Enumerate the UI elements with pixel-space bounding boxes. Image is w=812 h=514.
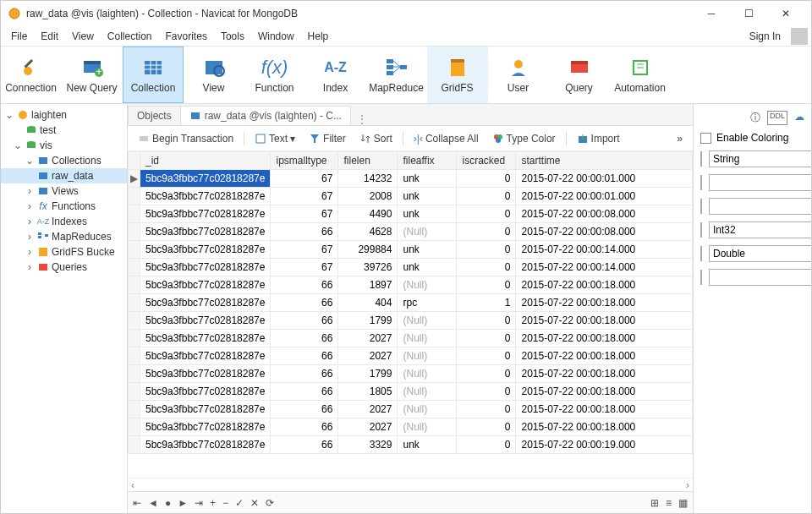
legend-item[interactable] [700,150,804,167]
col-starttime[interactable]: starttime [516,152,693,170]
table-row[interactable]: 5bc9a3fbbc77c02818287e 66 2027 (Null) 0 … [129,418,693,436]
sort-button[interactable]: Sort [354,131,398,146]
add-row-icon[interactable]: + [210,497,216,509]
table-row[interactable]: 5bc9a3fbbc77c02818287e 67 2008 unk 0 201… [129,188,693,205]
collection-button[interactable]: Collection [123,46,184,103]
import-button[interactable]: Import [572,131,625,146]
connection-button[interactable]: Connection [1,46,62,103]
legend-input[interactable] [709,198,811,215]
maximize-button[interactable]: ☐ [730,1,767,26]
view-grid-icon[interactable]: ⊞ [650,497,659,509]
menu-window[interactable]: Window [251,29,301,44]
table-row[interactable]: 5bc9a3fbbc77c02818287e 66 2027 (Null) 0 … [129,330,693,347]
ddl-icon[interactable]: DDL [767,111,787,125]
enable-coloring-checkbox[interactable]: Enable Coloring [700,132,804,144]
legend-item[interactable] [700,198,804,215]
legend-item[interactable] [700,245,804,262]
tree-views[interactable]: ›Views [1,183,127,199]
legend-input[interactable] [709,174,811,191]
tree-collections[interactable]: ⌄Collections [1,153,127,168]
table-row[interactable]: 5bc9a3fbbc77c02818287e 66 404 rpc 1 2015… [129,294,693,312]
legend-item[interactable] [700,174,804,191]
legend-input[interactable] [709,245,811,262]
tree-connection[interactable]: ⌄laighten [1,107,127,123]
toolbar-overflow-icon[interactable]: » [672,131,688,146]
menu-file[interactable]: File [4,29,34,44]
legend-input[interactable] [709,269,811,286]
menu-tools[interactable]: Tools [214,29,251,44]
filter-button[interactable]: Filter [304,131,351,146]
col-fileaffix[interactable]: fileaffix [398,152,457,170]
avatar-icon[interactable] [791,28,808,45]
horizontal-scrollbar[interactable]: ‹› [128,478,693,491]
view-button[interactable]: View [184,46,244,103]
table-row[interactable]: 5bc9a3fbbc77c02818287e 67 299884 unk 0 2… [129,241,693,259]
begin-transaction-button[interactable]: Begin Transaction [133,131,239,146]
tree-db-vis[interactable]: ⌄vis [1,138,127,153]
table-row[interactable]: 5bc9a3fbbc77c02818287e 67 4490 unk 0 201… [129,205,693,223]
refresh-icon[interactable]: ⟳ [266,497,274,509]
tab-raw-data[interactable]: raw_data @vis (laighten) - C... [180,106,351,125]
table-row[interactable]: 5bc9a3fbbc77c02818287e 67 39726 unk 0 20… [129,259,693,276]
table-row[interactable]: 5bc9a3fbbc77c02818287e 66 2027 (Null) 0 … [129,401,693,418]
table-row[interactable]: 5bc9a3fbbc77c02818287e 66 1799 (Null) 0 … [129,365,693,383]
automation-button[interactable]: Automation [610,46,671,103]
nav-first-icon[interactable]: ⇤ [133,497,141,509]
table-row[interactable]: ▶ 5bc9a3fbbc77c02818287e 67 14232 unk 0 … [129,170,693,188]
cloud-icon[interactable]: ☁ [794,111,804,125]
tree-db-test[interactable]: test [1,123,127,138]
col-filelen[interactable]: filelen [338,152,398,170]
tree-gridfs[interactable]: ›GridFS Bucke [1,244,127,260]
commit-icon[interactable]: ✓ [235,497,244,509]
tree-raw-data[interactable]: raw_data [1,168,127,183]
titlebar: raw_data @vis (laighten) - Collection - … [1,1,811,26]
nav-last-icon[interactable]: ⇥ [195,497,203,509]
type-color-button[interactable]: Type Color [487,131,561,146]
menu-favorites[interactable]: Favorites [159,29,214,44]
legend-item[interactable] [700,221,804,238]
tree-mapreduces[interactable]: ›MapReduces [1,229,127,244]
function-button[interactable]: f(x)Function [244,46,305,103]
mapreduce-button[interactable]: MapReduce [366,46,427,103]
table-row[interactable]: 5bc9a3fbbc77c02818287e 66 1799 (Null) 0 … [129,312,693,330]
tab-objects[interactable]: Objects [128,106,181,125]
col-ipsmalltype[interactable]: ipsmalltype [271,152,338,170]
col-id[interactable]: _id [140,152,271,170]
delete-row-icon[interactable]: − [222,497,228,509]
menu-collection[interactable]: Collection [101,29,159,44]
menu-view[interactable]: View [65,29,101,44]
text-button[interactable]: Text ▾ [250,131,300,146]
table-row[interactable]: 5bc9a3fbbc77c02818287e 66 1897 (Null) 0 … [129,276,693,294]
table-row[interactable]: 5bc9a3fbbc77c02818287e 66 4628 (Null) 0 … [129,223,693,241]
table-row[interactable]: 5bc9a3fbbc77c02818287e 66 3329 unk 0 201… [129,436,693,454]
view-json-icon[interactable]: ▦ [678,497,688,509]
legend-input[interactable] [709,221,811,238]
data-grid[interactable]: _id ipsmalltype filelen fileaffix iscrac… [128,151,693,478]
collapse-all-button[interactable]: ›|‹Collapse All [409,131,484,146]
tree-queries[interactable]: ›Queries [1,260,127,275]
info-icon[interactable]: ⓘ [750,111,760,125]
tab-overflow-icon[interactable]: ⋮ [357,113,367,125]
table-row[interactable]: 5bc9a3fbbc77c02818287e 66 2027 (Null) 0 … [129,347,693,365]
tree-functions[interactable]: ›fxFunctions [1,199,127,214]
table-row[interactable]: 5bc9a3fbbc77c02818287e 66 1805 (Null) 0 … [129,383,693,401]
nav-stop-icon[interactable]: ● [165,497,171,509]
tree-indexes[interactable]: ›A-ZIndexes [1,214,127,229]
sign-in-link[interactable]: Sign In [743,29,787,44]
nav-prev-icon[interactable]: ◄ [148,497,158,509]
menu-edit[interactable]: Edit [34,29,65,44]
minimize-button[interactable]: ─ [693,1,730,26]
new-query-button[interactable]: +New Query [62,46,123,103]
nav-next-icon[interactable]: ► [178,497,188,509]
cancel-icon[interactable]: ✕ [250,497,259,509]
menu-help[interactable]: Help [301,29,336,44]
gridfs-button[interactable]: GridFS [427,46,488,103]
user-button[interactable]: User [488,46,549,103]
legend-item[interactable] [700,269,804,286]
col-iscracked[interactable]: iscracked [457,152,516,170]
legend-input[interactable] [709,150,811,167]
query-button[interactable]: Query [549,46,610,103]
index-button[interactable]: A-ZIndex [305,46,366,103]
close-button[interactable]: ✕ [767,1,804,26]
view-form-icon[interactable]: ≡ [666,497,672,509]
